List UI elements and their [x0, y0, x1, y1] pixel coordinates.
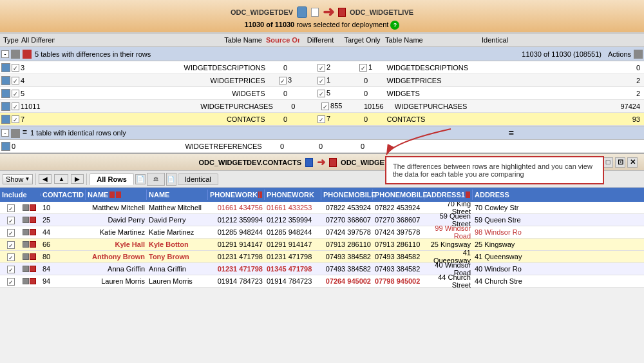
- dh-mobile2: PHONEMOBILE: [373, 190, 424, 200]
- dr-name1: Kyle Hall: [86, 240, 147, 248]
- dr-name1: Matthew Mitchell: [86, 204, 147, 211]
- col-spacer: [55, 39, 180, 41]
- nav-right[interactable]: ▶: [71, 174, 84, 184]
- dr-icons: [23, 253, 41, 260]
- row-checkbox[interactable]: [12, 103, 19, 110]
- row-type-icon: [1, 63, 10, 72]
- row-different: 0: [300, 142, 342, 150]
- dr-name1: David Perry: [86, 216, 147, 224]
- top-header: ODC_WIDGETDEV ➜ ODC_WIDGETLIVE 11030 of …: [0, 0, 644, 33]
- tab-icon3[interactable]: 📄: [166, 173, 176, 186]
- equals-center: =: [509, 128, 514, 138]
- dr-id: 94: [41, 277, 86, 285]
- row-tablename: WIDGETREFERENCES: [181, 142, 265, 150]
- help-icon[interactable]: ?: [390, 21, 399, 30]
- dh-addr2: ADDRESS: [473, 190, 644, 200]
- dr-mobile1: 07264 945002: [321, 277, 373, 285]
- dr-phone1: 01661 434756: [208, 204, 265, 211]
- row-checkbox[interactable]: [12, 115, 19, 123]
- row-targetonly: 0: [345, 77, 387, 84]
- col-all-different: All Different: [19, 35, 55, 44]
- dr-name2: Matthew Mitchell: [147, 204, 208, 211]
- dr-addr1: 44 Church Street: [424, 273, 473, 288]
- col-tablename: Table Name: [180, 35, 264, 44]
- collapse-icon-2[interactable]: -: [1, 129, 9, 137]
- comp-arrow: ➜: [317, 156, 325, 168]
- single-icon: 📄: [167, 176, 175, 182]
- callout-text: The differences between rows are highlig…: [393, 162, 592, 178]
- list-icon: [11, 50, 20, 59]
- collapse-icon-1[interactable]: -: [1, 50, 9, 58]
- tab-icon1[interactable]: 📄: [135, 174, 146, 184]
- ctrl2[interactable]: □: [603, 157, 613, 168]
- col-sourceonly: Source Only: [264, 35, 299, 44]
- dr-addr2: 25 Kingsway: [473, 240, 644, 248]
- list-icon2: [11, 129, 20, 138]
- dr-phone1: 01285 948244: [208, 228, 265, 236]
- dr-phone1: 01291 914147: [208, 240, 265, 248]
- row-different: 855: [311, 102, 353, 110]
- table-row: 0 WIDGETREFERENCES 0 0 0: [0, 140, 644, 153]
- ctrl3[interactable]: ⊡: [615, 157, 625, 168]
- data-row-highlighted: 66 Kyle Hall Kyle Botton 01291 914147 01…: [0, 239, 644, 251]
- row-type-icon: [1, 102, 10, 111]
- dr-addr2: 59 Queen Stre: [473, 216, 644, 224]
- nav-up[interactable]: ▲: [54, 174, 68, 184]
- db-title: ODC_WIDGETDEV ➜ ODC_WIDGETLIVE: [0, 4, 644, 21]
- dr-phone2: 01285 948244: [265, 228, 321, 236]
- dr-addr2: 40 Windsor Ro: [473, 265, 644, 273]
- row-tablename: WIDGETDESCRIPTIONS: [184, 64, 268, 72]
- comp-red-icon: [329, 158, 337, 167]
- dr-addr2: 41 Queensway: [473, 253, 644, 260]
- group1-count: 11030 of 11030 (108551): [522, 50, 601, 58]
- row-sourceonly: 3: [268, 76, 303, 84]
- comp-doc-icon: [305, 158, 313, 167]
- comparison-source: ODC_WIDGETDEV.CONTACTS: [199, 159, 302, 166]
- dr-name1: Lauren Morris: [86, 277, 147, 285]
- row-type-icon: [1, 76, 10, 85]
- target-db-name: ODC_WIDGETLIVE: [350, 8, 413, 16]
- row-targetonly: 0: [345, 115, 387, 123]
- diff-icon: ⚖: [153, 176, 158, 182]
- col-targetonly: Target Only: [341, 35, 383, 44]
- dr-include: [0, 228, 23, 236]
- nav-left[interactable]: ◀: [39, 174, 52, 184]
- dh-phone2: PHONEWORK: [265, 190, 321, 200]
- dr-addr2: 44 Church Stre: [473, 277, 644, 285]
- row-tablename2: WIDGETDESCRIPTIONS: [387, 64, 484, 72]
- actions-label: Actions: [608, 50, 631, 58]
- show-dropdown[interactable]: Show ▼: [3, 174, 33, 184]
- dh-mobile1: PHONEMOBILE: [321, 190, 373, 200]
- dr-name2: David Perry: [147, 216, 208, 224]
- data-row: 94 Lauren Morris Lauren Morris 01914 784…: [0, 275, 644, 288]
- dr-mobile2: 07493 384582: [373, 265, 424, 273]
- dr-mobile2: 07822 453924: [373, 204, 424, 211]
- row-targetonly: 0: [342, 142, 384, 150]
- row-tablename: WIDGETPURCHASES: [192, 103, 276, 110]
- row-targetonly: 1: [345, 63, 387, 72]
- ph-icon2: [260, 191, 262, 198]
- table-row: 3 WIDGETDESCRIPTIONS 0 2 1 WIDGETDESCRIP…: [0, 61, 644, 74]
- row-checkbox[interactable]: [12, 77, 19, 84]
- row-tablename2: WIDGETS: [387, 90, 484, 97]
- deployment-count: 11030 of 11030 rows selected for deploym…: [0, 21, 644, 30]
- tab-bar: All Rows 📄 ⚖ 📄 Identical: [90, 173, 218, 186]
- dr-phone2: 01212 359994: [265, 216, 321, 224]
- row-checkbox[interactable]: [12, 64, 19, 72]
- ctrl4[interactable]: ✕: [627, 157, 638, 168]
- tab-icon2[interactable]: ⚖: [147, 173, 165, 186]
- row-checkbox[interactable]: [12, 90, 19, 97]
- red-doc-h: [109, 191, 115, 198]
- data-row: 84 Anna Griffin Anna Griffin 01231 47179…: [0, 263, 644, 275]
- tab-all-rows[interactable]: All Rows: [90, 173, 133, 185]
- dr-name2: Tony Brown: [147, 253, 208, 260]
- dr-name2: Kyle Botton: [147, 240, 208, 248]
- dr-addr2: 98 Windsor Ro: [473, 228, 644, 236]
- tab-identical[interactable]: Identical: [178, 173, 218, 185]
- table-row: 5 WIDGETS 0 5 0 WIDGETS 2: [0, 87, 644, 100]
- group1-header: - 5 tables with differences in their row…: [0, 47, 644, 61]
- dr-phone1: 01231 471798: [208, 253, 265, 260]
- row-sourceonly: 0: [268, 64, 303, 72]
- dr-addr2: 70 Cowley Str: [473, 204, 644, 211]
- row-sourceonly: 0: [265, 142, 300, 150]
